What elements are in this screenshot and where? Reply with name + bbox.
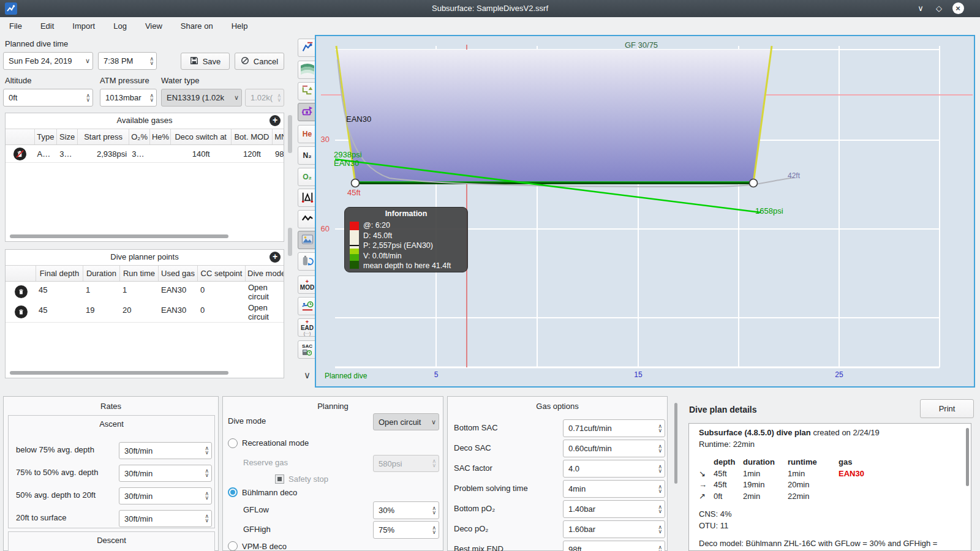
descent-group: Descent <box>8 531 215 551</box>
menu-help[interactable]: Help <box>222 17 257 36</box>
available-gases-title: Available gases <box>6 116 284 125</box>
toolbar-scroll-down-button[interactable]: ∨ <box>298 367 317 383</box>
titlebar[interactable]: Subsurface: SampleDivesV2.ssrf ∨ ◇ × <box>0 0 980 17</box>
ndl-toggle-button[interactable] <box>298 297 317 315</box>
menu-log[interactable]: Log <box>104 17 136 36</box>
gas-change-button[interactable] <box>298 252 317 271</box>
details-scrollbar[interactable] <box>674 403 677 484</box>
planner-point-row[interactable]: 45 1 1 EAN30 0 Open circuit <box>6 282 284 302</box>
n2-graph-button[interactable]: N₂ <box>298 146 317 165</box>
left-panel-scrollbar[interactable] <box>288 228 292 256</box>
gflow-spinner[interactable]: 30% ∧∨ <box>373 501 439 519</box>
add-point-button[interactable]: + <box>270 252 281 263</box>
heartrate-toggle-button[interactable] <box>298 210 317 228</box>
gases-horizontal-scrollbar[interactable] <box>10 234 228 238</box>
maximize-button[interactable]: ◇ <box>932 2 946 15</box>
minimize-button[interactable]: ∨ <box>914 2 927 15</box>
ascent-rate-label: 20ft to surface <box>16 513 66 522</box>
recreational-mode-radio[interactable] <box>228 438 238 448</box>
tooltip-depth: D: 45.0ft <box>363 231 451 241</box>
bottom-sac-spinner[interactable]: 0.71cuft/min ∧∨ <box>563 419 665 437</box>
ceiling-depth-label: 42ft <box>788 171 800 180</box>
menu-edit[interactable]: Edit <box>31 17 63 36</box>
ascent-rate-spinner[interactable]: 30ft/min ∧∨ <box>119 510 212 527</box>
he-graph-button[interactable]: He <box>298 125 317 143</box>
waves-icon <box>301 63 314 77</box>
delete-point-button[interactable] <box>6 302 36 322</box>
planner-point-row[interactable]: 45 19 20 EAN30 0 Open circuit <box>6 302 284 323</box>
profile-toggle-button[interactable] <box>298 39 317 57</box>
ead-toggle-button[interactable]: +EAD(···) <box>298 318 317 337</box>
o2-graph-button[interactable]: O₂ <box>298 168 317 186</box>
spin-down-icon: ∨ <box>432 463 436 468</box>
mod-toggle-button[interactable]: +MOD <box>298 276 317 294</box>
ead-icon: +EAD(···) <box>301 320 314 336</box>
dive-profile-chart[interactable]: GF 30/75 30 60 EAN30 2938psi EAN30 45ft … <box>315 35 975 388</box>
diver-clock-icon <box>301 299 314 313</box>
menu-file[interactable]: File <box>0 17 31 36</box>
window-title: Subsurface: SampleDivesV2.ssrf <box>0 4 980 13</box>
tank-pressure-toggle-button[interactable] <box>298 103 317 121</box>
problem-time-spinner[interactable]: 4min ∧∨ <box>563 480 665 498</box>
delete-point-button[interactable] <box>6 282 36 302</box>
altitude-spinner[interactable]: 0ft ∧∨ <box>3 89 93 107</box>
water-type-select[interactable]: EN13319 (1.02k ∨ <box>161 89 242 107</box>
print-button[interactable]: Print <box>920 399 974 418</box>
ascent-rate-spinner[interactable]: 30ft/min ∧∨ <box>119 465 212 482</box>
dive-time-spinner[interactable]: 7:38 PM ∧∨ <box>98 52 157 70</box>
start-gas-label: EAN30 <box>334 159 359 168</box>
save-button[interactable]: Save <box>181 53 230 70</box>
cancel-button[interactable]: Cancel <box>235 53 284 70</box>
gfhigh-label: GFHigh <box>243 525 271 534</box>
close-button[interactable]: × <box>951 2 965 15</box>
spin-down-icon: ∨ <box>205 473 209 478</box>
notes-scrollbar[interactable] <box>966 428 969 486</box>
trash-icon <box>15 285 28 298</box>
tooltip-title: Information <box>345 209 467 218</box>
reserve-gas-label: Reserve gas <box>243 458 288 467</box>
planner-points-title: Dive planner points <box>6 252 284 261</box>
add-gas-button[interactable]: + <box>270 115 281 126</box>
ascent-rate-spinner[interactable]: 30ft/min ∧∨ <box>119 487 212 504</box>
photos-toggle-button[interactable] <box>298 231 317 249</box>
buhlmann-deco-radio[interactable] <box>228 487 238 497</box>
delete-gas-button[interactable] <box>6 146 35 162</box>
dive-plan-notes: Subsurface (4.8.5.0) dive plan created o… <box>688 423 971 551</box>
water-layers-button[interactable] <box>298 61 317 79</box>
gfhigh-spinner[interactable]: 75% ∧∨ <box>373 521 439 539</box>
photo-icon <box>301 234 314 247</box>
level-arrow-icon: → <box>699 479 714 491</box>
plan-cns: CNS: 4% <box>699 509 971 520</box>
ascent-rate-spinner[interactable]: 30ft/min ∧∨ <box>119 442 212 459</box>
points-horizontal-scrollbar[interactable] <box>10 371 228 375</box>
deco-sac-spinner[interactable]: 0.60cuft/min ∧∨ <box>563 440 665 457</box>
ascent-rate-label: 50% avg. depth to 20ft <box>16 490 96 500</box>
safety-stop-checkbox[interactable] <box>275 474 284 484</box>
ascent-title: Ascent <box>9 419 214 429</box>
gas-table-row[interactable]: A… 3… 2,938psi 3… 140ft 120ft 98f <box>6 146 284 163</box>
dive-date-select[interactable]: Sun Feb 24, 2019 ∨ <box>3 52 93 70</box>
menu-view[interactable]: View <box>136 17 172 36</box>
menu-share-on[interactable]: Share on <box>172 17 222 36</box>
chevron-down-icon: ∨ <box>232 94 239 102</box>
atm-pressure-spinner[interactable]: 1013mbar ∧∨ <box>100 89 157 107</box>
bottom-po2-spinner[interactable]: 1.40bar ∧∨ <box>563 500 665 518</box>
left-panel-scrollbar[interactable] <box>288 115 292 153</box>
tooltip-pressure: P: 2,557psi (EAN30) <box>363 241 451 251</box>
ascend-arrow-icon: ↗ <box>699 491 714 503</box>
gas-options-title: Gas options <box>448 402 667 411</box>
dive-mode-select[interactable]: Open circuit ∨ <box>373 413 439 430</box>
best-mix-end-spinner[interactable]: 98ft ∧∨ <box>563 541 665 551</box>
planned-dive-time-label: Planned dive time <box>5 39 68 48</box>
vpmb-deco-radio[interactable] <box>228 541 238 551</box>
menu-import[interactable]: Import <box>63 17 104 36</box>
tissue-delta-icon <box>301 191 314 205</box>
ceiling-toggle-button[interactable] <box>298 82 317 100</box>
sac-toggle-button[interactable]: SAC <box>298 340 317 359</box>
menubar: File Edit Import Log View Share on Help <box>0 17 980 36</box>
tissues-toggle-button[interactable] <box>298 189 317 207</box>
sac-factor-spinner[interactable]: 4.0 ∧∨ <box>563 460 665 478</box>
start-pressure-label: 2938psi <box>334 150 362 159</box>
deco-po2-spinner[interactable]: 1.60bar ∧∨ <box>563 520 665 538</box>
tooltip-speed: V: 0.0ft/min <box>363 251 451 261</box>
